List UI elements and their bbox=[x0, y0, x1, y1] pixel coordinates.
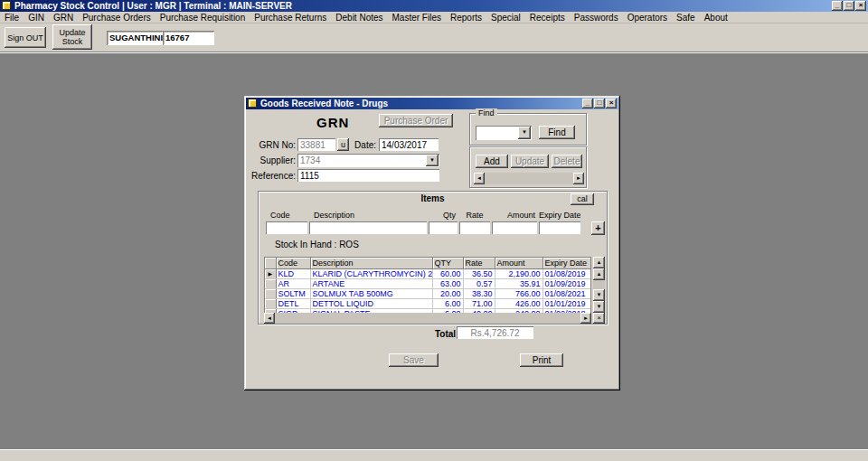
grid-cell: 426.00 bbox=[495, 298, 542, 308]
menu-item-purchase-returns[interactable]: Purchase Returns bbox=[250, 12, 331, 24]
date-field[interactable] bbox=[379, 138, 439, 151]
grid-cancel-icon[interactable]: × bbox=[593, 313, 605, 324]
row-selector[interactable]: ▶ bbox=[265, 268, 276, 278]
row-selector[interactable] bbox=[265, 288, 276, 298]
grid-cell: ARTANE bbox=[310, 278, 432, 288]
find-combobox[interactable]: ▼ bbox=[476, 126, 532, 140]
items-grid: CodeDescriptionQTYRateAmountExpiry Date … bbox=[264, 257, 591, 315]
grn-minimize-button[interactable]: _ bbox=[582, 99, 593, 108]
cal-button[interactable]: cal bbox=[571, 193, 594, 205]
print-button[interactable]: Print bbox=[520, 353, 563, 367]
grid-row[interactable]: SOLTMSOLMUX TAB 500MG20.0038.30766.0001/… bbox=[265, 288, 590, 298]
update-stock-button[interactable]: Update Stock bbox=[52, 24, 92, 50]
taskbar bbox=[0, 449, 868, 461]
reference-field[interactable] bbox=[297, 169, 439, 182]
grid-scroll-up-icon[interactable]: ▲ bbox=[593, 257, 605, 268]
grn-no-field[interactable] bbox=[297, 138, 335, 151]
find-combo-input[interactable] bbox=[476, 127, 518, 139]
menu-item-gin[interactable]: GIN bbox=[24, 12, 49, 24]
total-field bbox=[457, 326, 533, 339]
menu-item-passwords[interactable]: Passwords bbox=[570, 12, 623, 24]
grid-column-header[interactable]: QTY bbox=[432, 258, 463, 268]
grid-row[interactable]: DETLDETTOL LIQUID6.0071.00426.0001/01/20… bbox=[265, 298, 590, 308]
supplier-combobox[interactable]: ▼ bbox=[297, 154, 439, 167]
grid-cell: 0.57 bbox=[463, 278, 495, 288]
find-button[interactable]: Find bbox=[539, 126, 575, 139]
entry-code-input[interactable] bbox=[266, 221, 307, 234]
grn-window-body: GRN Purchase Order Find ▼ Find GRN No: u… bbox=[246, 109, 618, 389]
grn-no-label: GRN No: bbox=[246, 140, 296, 150]
grid-cell: 20.00 bbox=[432, 288, 463, 298]
delete-button: Delete bbox=[552, 155, 582, 168]
grid-cell: 01/09/2019 bbox=[542, 278, 590, 288]
app-title: Pharmacy Stock Control | User : MGR | Te… bbox=[14, 0, 292, 12]
row-selector[interactable] bbox=[265, 278, 276, 288]
grid-nav-down-icon[interactable]: ▼ bbox=[593, 289, 605, 301]
grid-column-header[interactable]: Code bbox=[276, 258, 310, 268]
menu-item-purchase-orders[interactable]: Purchase Orders bbox=[78, 12, 156, 24]
menu-item-operators[interactable]: Operators bbox=[623, 12, 672, 24]
grid-scroll-right-icon[interactable]: ► bbox=[580, 313, 591, 324]
menu-item-special[interactable]: Special bbox=[486, 12, 525, 24]
grid-cell: KLD bbox=[276, 268, 310, 278]
entry-header-expiry: Expiry Date bbox=[539, 211, 580, 220]
grn-maximize-button[interactable]: □ bbox=[594, 99, 605, 108]
purchase-order-button: Purchase Order bbox=[379, 114, 453, 127]
grid-cell: SOLMUX TAB 500MG bbox=[310, 288, 432, 298]
entry-rate-input[interactable] bbox=[459, 221, 490, 234]
grid-scroll-down-icon[interactable]: ▼ bbox=[593, 301, 605, 313]
app-minimize-button[interactable]: _ bbox=[832, 1, 843, 11]
grn-close-button[interactable]: × bbox=[606, 99, 617, 108]
supplier-combo-input[interactable] bbox=[298, 155, 426, 166]
total-label: Total bbox=[435, 329, 456, 339]
grid-cell: 6.00 bbox=[432, 298, 463, 308]
update-button: Update bbox=[511, 155, 549, 168]
grid-cell: DETTOL LIQUID bbox=[310, 298, 432, 308]
u-button[interactable]: u bbox=[337, 138, 349, 151]
grid-horizontal-scrollbar[interactable]: ◄ ► bbox=[264, 313, 591, 324]
entry-qty-input[interactable] bbox=[429, 221, 458, 234]
add-row-button[interactable]: + bbox=[591, 221, 605, 235]
menu-item-about[interactable]: About bbox=[700, 12, 732, 24]
find-dropdown-icon[interactable]: ▼ bbox=[518, 127, 531, 139]
entry-description-input[interactable] bbox=[309, 221, 427, 234]
grid-column-header[interactable]: Rate bbox=[463, 258, 495, 268]
mdi-area: Goods Received Note - Drugs _ □ × GRN Pu… bbox=[0, 53, 868, 449]
menu-item-master-files[interactable]: Master Files bbox=[388, 12, 446, 24]
entry-header-amount: Amount bbox=[492, 211, 537, 220]
grn-window-titlebar[interactable]: Goods Received Note - Drugs _ □ × bbox=[246, 98, 618, 109]
entry-header-code: Code bbox=[266, 211, 307, 220]
add-button[interactable]: Add bbox=[476, 155, 508, 168]
reference-label: Reference: bbox=[246, 171, 296, 181]
grid-nav-up-icon[interactable]: ▲ bbox=[593, 268, 605, 280]
grid-column-header[interactable]: Expiry Date bbox=[542, 258, 590, 268]
actions-group: Add Update Delete ◄ ► bbox=[469, 146, 587, 188]
menu-item-receipts[interactable]: Receipts bbox=[525, 12, 570, 24]
menu-item-debit-notes[interactable]: Debit Notes bbox=[331, 12, 387, 24]
entry-expiry-input[interactable] bbox=[539, 221, 580, 234]
menu-item-grn[interactable]: GRN bbox=[49, 12, 78, 24]
grid-column-header[interactable]: Amount bbox=[495, 258, 542, 268]
grid-row[interactable]: ▶KLDKLARID (CLARYTHROMYCIN) 250M60.0036.… bbox=[265, 268, 590, 278]
entry-amount-input[interactable] bbox=[492, 221, 537, 234]
menu-item-file[interactable]: File bbox=[0, 12, 24, 24]
sign-out-button[interactable]: Sign OUT bbox=[5, 27, 46, 48]
items-title: Items bbox=[259, 193, 607, 203]
record-next-icon[interactable]: ► bbox=[573, 173, 584, 184]
grid-scroll-left-icon[interactable]: ◄ bbox=[264, 313, 275, 324]
app-close-button[interactable]: × bbox=[855, 1, 866, 11]
menu-item-safe[interactable]: Safe bbox=[672, 12, 700, 24]
grid-cell: DETL bbox=[276, 298, 310, 308]
menu-item-purchase-requisition[interactable]: Purchase Requisition bbox=[156, 12, 250, 24]
grid-cell: 38.30 bbox=[463, 288, 495, 298]
app-maximize-button[interactable]: □ bbox=[844, 1, 854, 11]
record-prev-icon[interactable]: ◄ bbox=[474, 173, 485, 184]
menu-item-reports[interactable]: Reports bbox=[446, 12, 486, 24]
row-selector[interactable] bbox=[265, 298, 276, 308]
grid-column-header[interactable]: Description bbox=[310, 258, 432, 268]
grid-row[interactable]: ARARTANE63.000.5735.9101/09/2019 bbox=[265, 278, 590, 288]
user-name-field: SUGANTHINI bbox=[107, 31, 163, 45]
grid-cell: 01/08/2021 bbox=[542, 288, 590, 298]
supplier-dropdown-icon[interactable]: ▼ bbox=[426, 155, 439, 166]
record-scrollbar[interactable]: ◄ ► bbox=[474, 173, 584, 184]
